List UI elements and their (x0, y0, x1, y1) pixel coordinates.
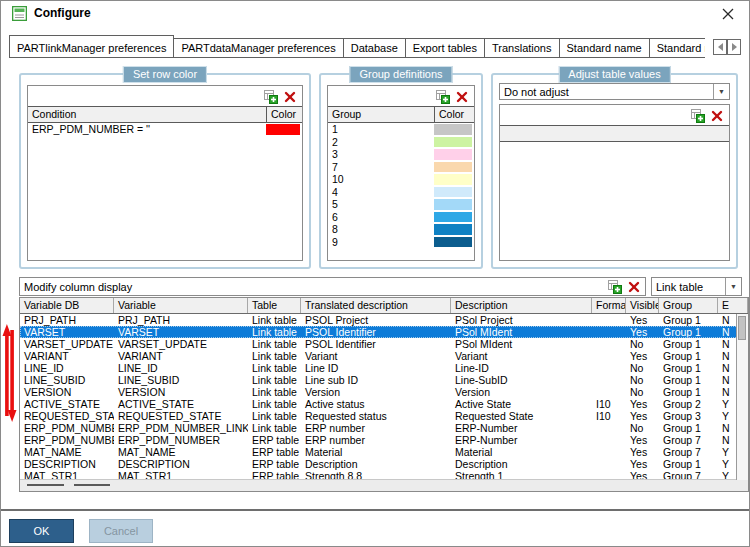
group-color-swatch[interactable] (434, 162, 472, 173)
delete-adjust-entry-icon[interactable] (711, 110, 723, 122)
adjust-mode-value: Do not adjust (500, 84, 713, 99)
delete-group-icon[interactable] (456, 91, 468, 103)
table-row[interactable]: ERP_PDM_NUMBERERP_PDM_NUMBER_LINKTABLELi… (20, 422, 748, 434)
group-row[interactable]: 1 (328, 123, 474, 136)
table-row[interactable]: VARSETVARSETLink tablePSOL IdentifierPSo… (20, 326, 748, 338)
cell-table: Link table (248, 422, 301, 434)
table-row[interactable]: DESCRIPTIONDESCRIPTIONERP tableDescripti… (20, 458, 748, 470)
tab-database[interactable]: Database (344, 38, 406, 58)
cell-table: ERP table (248, 458, 301, 470)
table-row[interactable]: ERP_PDM_NUMBERERP_PDM_NUMBERERP tableERP… (20, 434, 748, 446)
add-adjust-entry-icon[interactable] (691, 109, 705, 123)
group-color-swatch[interactable] (434, 224, 472, 235)
table-row[interactable]: VARSET_UPDATEVARSET_UPDATELink tablePSOL… (20, 338, 748, 350)
table-row[interactable]: MAT_NAMEMAT_NAMEERP tableMaterialMateria… (20, 446, 748, 458)
col-header-variable-db[interactable]: Variable DB (20, 298, 114, 313)
close-icon[interactable] (721, 7, 735, 21)
group-color-swatch[interactable] (434, 187, 472, 198)
table-row[interactable]: ACTIVE_STATEACTIVE_STATELink tableActive… (20, 398, 748, 410)
col-header-e[interactable]: E (718, 298, 748, 313)
group-color-swatch[interactable] (434, 199, 472, 210)
group-color-swatch[interactable] (434, 124, 472, 135)
cell-variable-db: ERP_PDM_NUMBER (20, 434, 114, 446)
cell-group: Group 2 (659, 398, 718, 410)
cell-variable: LINE_SUBID (114, 374, 248, 386)
group-color-swatch[interactable] (434, 149, 472, 160)
delete-column-entry-icon[interactable] (628, 281, 640, 293)
tab-standard-name-short[interactable]: Standard name (short) (650, 38, 705, 58)
col-header-translated-description[interactable]: Translated description (301, 298, 451, 313)
vertical-scrollbar-thumb[interactable] (738, 316, 746, 340)
ok-button[interactable]: OK (9, 519, 74, 543)
group-row[interactable]: 9 (328, 236, 474, 249)
condition-color-swatch[interactable] (266, 124, 300, 135)
tab-partlinkmanager-preferences[interactable]: PARTlinkManager preferences (9, 35, 174, 58)
cell-table: Link table (248, 410, 301, 422)
col-header-variable[interactable]: Variable (114, 298, 248, 313)
add-group-icon[interactable] (436, 90, 450, 104)
group-color-swatch[interactable] (434, 212, 472, 223)
cell-translated-description: Variant (301, 350, 451, 362)
scroll-dash (74, 484, 110, 486)
cell-variable: MAT_NAME (114, 446, 248, 458)
table-row[interactable]: REQUESTED_STATEREQUESTED_STATELink table… (20, 410, 748, 422)
tab-translations[interactable]: Translations (485, 38, 560, 58)
tab-export-tables[interactable]: Export tables (406, 38, 485, 58)
tab-scroll-left-button[interactable] (713, 39, 727, 55)
cell-translated-description: Active status (301, 398, 451, 410)
col-header-description[interactable]: Description (451, 298, 592, 313)
add-condition-icon[interactable] (264, 90, 278, 104)
table-row[interactable]: PRJ_PATHPRJ_PATHLink tablePSOL ProjectPS… (20, 314, 748, 326)
set-row-color-caption: Set row color (123, 66, 207, 83)
table-row[interactable]: LINE_IDLINE_IDLink tableLine IDLine-IDNo… (20, 362, 748, 374)
cell-visible: Yes (626, 314, 659, 326)
cell-format (592, 422, 626, 434)
condition-value: ERP_PDM_NUMBER = '' (28, 123, 266, 136)
table-row[interactable]: VERSIONVERSIONLink tableVersionVersionNo… (20, 386, 748, 398)
col-header-table[interactable]: Table (248, 298, 301, 313)
cell-group: Group 1 (659, 458, 718, 470)
group-color-swatch[interactable] (434, 174, 472, 185)
group-row[interactable]: 3 (328, 148, 474, 161)
group-row[interactable]: 7 (328, 161, 474, 174)
delete-condition-icon[interactable] (284, 91, 296, 103)
cell-group: Group 3 (659, 410, 718, 422)
table-row[interactable]: VARIANTVARIANTLink tableVariantVariantYe… (20, 350, 748, 362)
group-row[interactable]: 5 (328, 198, 474, 211)
cell-format (592, 458, 626, 470)
tab-partdatamanager-preferences[interactable]: PARTdataManager preferences (174, 38, 343, 58)
condition-row[interactable]: ERP_PDM_NUMBER = '' (28, 123, 302, 136)
col-header-group[interactable]: Group (659, 298, 718, 313)
tab-scroll-right-button[interactable] (727, 39, 741, 55)
tab-standard-name[interactable]: Standard name (560, 38, 650, 58)
vertical-scrollbar[interactable] (736, 314, 748, 480)
col-header-format[interactable]: Format (592, 298, 626, 313)
group-color-swatch[interactable] (434, 237, 472, 248)
table-filter-dropdown[interactable]: Link table ▼ (651, 277, 742, 296)
cell-variable: ACTIVE_STATE (114, 398, 248, 410)
cell-table: Link table (248, 326, 301, 338)
table-row[interactable]: LINE_SUBIDLINE_SUBIDLink tableLine sub I… (20, 374, 748, 386)
group-row[interactable]: 6 (328, 211, 474, 224)
adjust-table-panel (499, 104, 730, 261)
horizontal-scrollbar[interactable] (20, 479, 748, 491)
cell-table: Link table (248, 338, 301, 350)
group-number: 4 (328, 186, 434, 199)
group-row[interactable]: 4 (328, 186, 474, 199)
cell-visible: Yes (626, 458, 659, 470)
adjust-mode-dropdown[interactable]: Do not adjust ▼ (499, 83, 730, 100)
cell-visible: Yes (626, 446, 659, 458)
group-row[interactable]: 8 (328, 223, 474, 236)
cell-group: Group 1 (659, 362, 718, 374)
cell-format (592, 386, 626, 398)
group-row[interactable]: 2 (328, 136, 474, 149)
group-row[interactable]: 10 (328, 173, 474, 186)
cancel-button[interactable]: Cancel (89, 519, 153, 543)
cell-format (592, 350, 626, 362)
cell-visible: No (626, 386, 659, 398)
add-column-entry-icon[interactable] (608, 280, 622, 294)
cell-description: Requested State (451, 410, 592, 422)
group-color-swatch[interactable] (434, 137, 472, 148)
col-header-visible[interactable]: Visible (626, 298, 659, 313)
cell-description: PSol MIdent (451, 326, 592, 338)
